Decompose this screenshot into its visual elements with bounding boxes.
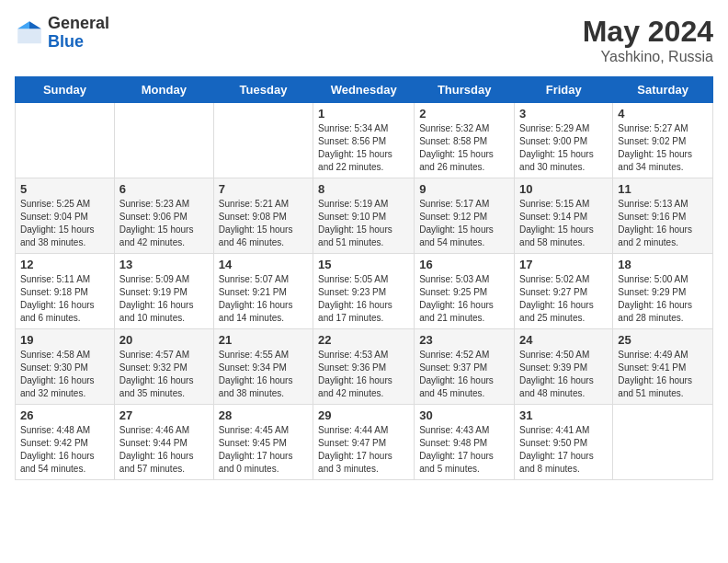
day-info: Sunrise: 4:46 AM Sunset: 9:44 PM Dayligh… [119,424,209,476]
day-number: 28 [219,408,308,422]
calendar-cell: 28Sunrise: 4:45 AM Sunset: 9:45 PM Dayli… [213,405,313,480]
day-header-wednesday: Wednesday [313,77,415,103]
day-info: Sunrise: 5:03 AM Sunset: 9:25 PM Dayligh… [419,273,509,325]
day-number: 26 [20,408,109,422]
day-header-friday: Friday [515,77,613,103]
logo: General Blue [15,15,109,52]
day-number: 27 [119,408,209,422]
calendar-cell: 15Sunrise: 5:05 AM Sunset: 9:23 PM Dayli… [313,254,415,329]
day-info: Sunrise: 5:25 AM Sunset: 9:04 PM Dayligh… [20,198,109,249]
day-number: 2 [419,107,509,121]
calendar-cell: 22Sunrise: 4:53 AM Sunset: 9:36 PM Dayli… [313,329,415,405]
day-number: 12 [20,258,109,271]
calendar-cell: 18Sunrise: 5:00 AM Sunset: 9:29 PM Dayli… [613,254,713,329]
day-number: 31 [519,408,608,422]
day-info: Sunrise: 4:41 AM Sunset: 9:50 PM Dayligh… [519,424,608,476]
calendar-cell: 17Sunrise: 5:02 AM Sunset: 9:27 PM Dayli… [515,254,613,329]
svg-marker-1 [29,21,41,29]
day-info: Sunrise: 4:45 AM Sunset: 9:45 PM Dayligh… [219,424,308,476]
day-info: Sunrise: 5:13 AM Sunset: 9:16 PM Dayligh… [618,198,708,249]
day-number: 24 [519,333,608,347]
day-number: 6 [119,182,209,196]
calendar-cell [16,103,115,178]
location-text: Yashkino, Russia [583,49,713,65]
day-info: Sunrise: 5:07 AM Sunset: 9:21 PM Dayligh… [219,273,308,325]
calendar-week-row: 26Sunrise: 4:48 AM Sunset: 9:42 PM Dayli… [16,405,713,480]
day-number: 17 [519,258,608,271]
calendar-cell: 25Sunrise: 4:49 AM Sunset: 9:41 PM Dayli… [613,329,713,405]
calendar-cell: 12Sunrise: 5:11 AM Sunset: 9:18 PM Dayli… [16,254,115,329]
calendar-cell: 21Sunrise: 4:55 AM Sunset: 9:34 PM Dayli… [213,329,313,405]
calendar-cell: 30Sunrise: 4:43 AM Sunset: 9:48 PM Dayli… [415,405,515,480]
logo-general-text: General [48,15,109,33]
calendar-cell: 2Sunrise: 5:32 AM Sunset: 8:58 PM Daylig… [415,103,515,178]
calendar-cell: 6Sunrise: 5:23 AM Sunset: 9:06 PM Daylig… [114,178,213,254]
calendar-week-row: 1Sunrise: 5:34 AM Sunset: 8:56 PM Daylig… [16,103,713,178]
day-number: 21 [219,333,308,347]
calendar-week-row: 5Sunrise: 5:25 AM Sunset: 9:04 PM Daylig… [16,178,713,254]
calendar-cell: 9Sunrise: 5:17 AM Sunset: 9:12 PM Daylig… [415,178,515,254]
calendar-cell: 1Sunrise: 5:34 AM Sunset: 8:56 PM Daylig… [313,103,415,178]
day-info: Sunrise: 5:32 AM Sunset: 8:58 PM Dayligh… [419,122,509,174]
calendar-cell: 11Sunrise: 5:13 AM Sunset: 9:16 PM Dayli… [613,178,713,254]
day-number: 9 [419,182,509,196]
day-header-thursday: Thursday [415,77,515,103]
day-number: 1 [318,107,409,121]
calendar-table: SundayMondayTuesdayWednesdayThursdayFrid… [15,76,713,480]
calendar-cell: 3Sunrise: 5:29 AM Sunset: 9:00 PM Daylig… [515,103,613,178]
svg-marker-2 [17,21,29,29]
day-info: Sunrise: 4:55 AM Sunset: 9:34 PM Dayligh… [219,349,308,400]
day-number: 20 [119,333,209,347]
calendar-cell: 26Sunrise: 4:48 AM Sunset: 9:42 PM Dayli… [16,405,115,480]
day-number: 4 [618,107,708,121]
calendar-cell: 13Sunrise: 5:09 AM Sunset: 9:19 PM Dayli… [114,254,213,329]
day-number: 16 [419,258,509,271]
calendar-cell [613,405,713,480]
day-number: 19 [20,333,109,347]
calendar-week-row: 12Sunrise: 5:11 AM Sunset: 9:18 PM Dayli… [16,254,713,329]
day-number: 13 [119,258,209,271]
day-info: Sunrise: 5:05 AM Sunset: 9:23 PM Dayligh… [318,273,409,325]
day-info: Sunrise: 5:11 AM Sunset: 9:18 PM Dayligh… [20,273,109,325]
day-info: Sunrise: 4:43 AM Sunset: 9:48 PM Dayligh… [419,424,509,476]
day-header-sunday: Sunday [16,77,115,103]
day-number: 29 [318,408,409,422]
day-header-tuesday: Tuesday [213,77,313,103]
calendar-cell: 31Sunrise: 4:41 AM Sunset: 9:50 PM Dayli… [515,405,613,480]
day-number: 8 [318,182,409,196]
day-header-monday: Monday [114,77,213,103]
day-info: Sunrise: 5:29 AM Sunset: 9:00 PM Dayligh… [519,122,608,174]
calendar-cell: 29Sunrise: 4:44 AM Sunset: 9:47 PM Dayli… [313,405,415,480]
calendar-cell: 16Sunrise: 5:03 AM Sunset: 9:25 PM Dayli… [415,254,515,329]
logo-blue-text: Blue [48,33,109,52]
day-info: Sunrise: 5:23 AM Sunset: 9:06 PM Dayligh… [119,198,209,249]
day-number: 14 [219,258,308,271]
day-info: Sunrise: 4:44 AM Sunset: 9:47 PM Dayligh… [318,424,409,476]
calendar-cell: 24Sunrise: 4:50 AM Sunset: 9:39 PM Dayli… [515,329,613,405]
day-number: 5 [20,182,109,196]
calendar-cell: 23Sunrise: 4:52 AM Sunset: 9:37 PM Dayli… [415,329,515,405]
month-title: May 2024 [583,15,713,49]
calendar-cell: 19Sunrise: 4:58 AM Sunset: 9:30 PM Dayli… [16,329,115,405]
calendar-cell: 5Sunrise: 5:25 AM Sunset: 9:04 PM Daylig… [16,178,115,254]
day-info: Sunrise: 5:34 AM Sunset: 8:56 PM Dayligh… [318,122,409,174]
calendar-cell: 8Sunrise: 5:19 AM Sunset: 9:10 PM Daylig… [313,178,415,254]
title-area: May 2024 Yashkino, Russia [583,15,713,65]
calendar-cell: 7Sunrise: 5:21 AM Sunset: 9:08 PM Daylig… [213,178,313,254]
day-number: 15 [318,258,409,271]
day-number: 18 [618,258,708,271]
day-info: Sunrise: 4:50 AM Sunset: 9:39 PM Dayligh… [519,349,608,400]
day-info: Sunrise: 4:58 AM Sunset: 9:30 PM Dayligh… [20,349,109,400]
day-info: Sunrise: 4:49 AM Sunset: 9:41 PM Dayligh… [618,349,708,400]
day-info: Sunrise: 5:21 AM Sunset: 9:08 PM Dayligh… [219,198,308,249]
day-number: 11 [618,182,708,196]
logo-icon [15,18,44,48]
calendar-cell: 4Sunrise: 5:27 AM Sunset: 9:02 PM Daylig… [613,103,713,178]
calendar-cell: 14Sunrise: 5:07 AM Sunset: 9:21 PM Dayli… [213,254,313,329]
day-info: Sunrise: 4:52 AM Sunset: 9:37 PM Dayligh… [419,349,509,400]
day-number: 25 [618,333,708,347]
day-info: Sunrise: 5:09 AM Sunset: 9:19 PM Dayligh… [119,273,209,325]
calendar-cell [213,103,313,178]
day-number: 10 [519,182,608,196]
calendar-cell: 27Sunrise: 4:46 AM Sunset: 9:44 PM Dayli… [114,405,213,480]
